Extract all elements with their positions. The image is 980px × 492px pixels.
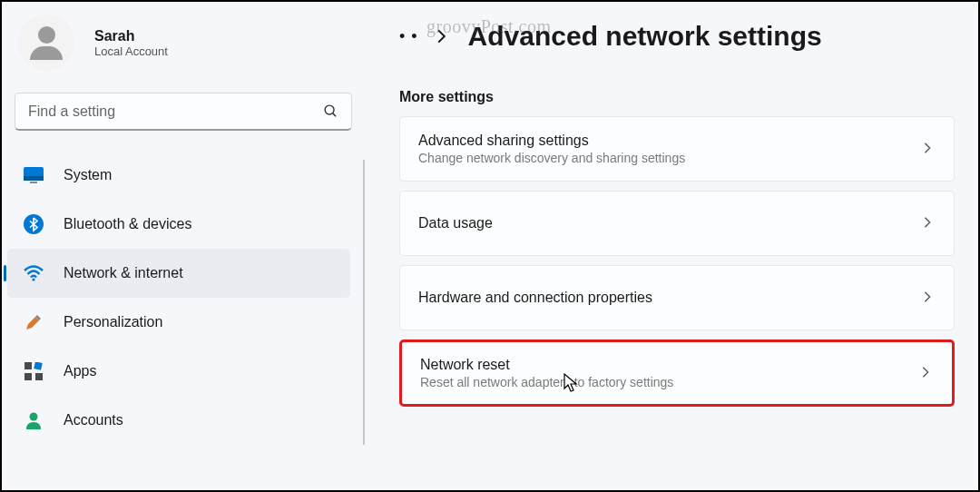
avatar bbox=[18, 15, 74, 71]
chevron-right-icon bbox=[921, 216, 936, 231]
sidebar-item-label: System bbox=[64, 167, 112, 183]
bluetooth-icon bbox=[24, 214, 44, 234]
card-advanced-sharing[interactable]: Advanced sharing settings Change network… bbox=[399, 116, 955, 182]
sidebar-item-apps[interactable]: Apps bbox=[7, 347, 350, 396]
svg-point-11 bbox=[30, 413, 38, 421]
svg-rect-7 bbox=[24, 362, 32, 369]
chevron-right-icon bbox=[436, 28, 446, 44]
svg-rect-9 bbox=[24, 373, 32, 380]
card-subtitle: Reset all network adapters to factory se… bbox=[420, 375, 919, 389]
svg-rect-8 bbox=[34, 362, 42, 370]
svg-line-1 bbox=[333, 113, 337, 117]
search-box[interactable] bbox=[15, 93, 352, 131]
account-name: Sarah bbox=[94, 28, 168, 44]
svg-rect-3 bbox=[24, 176, 44, 181]
card-subtitle: Change network discovery and sharing set… bbox=[418, 151, 921, 165]
breadcrumb-back[interactable]: • • bbox=[399, 27, 418, 46]
sidebar-item-label: Network & internet bbox=[64, 265, 183, 281]
sidebar-item-network[interactable]: Network & internet bbox=[7, 249, 350, 298]
search-input[interactable] bbox=[28, 103, 323, 120]
svg-point-0 bbox=[325, 105, 334, 114]
card-network-reset[interactable]: Network reset Reset all network adapters… bbox=[399, 339, 955, 407]
brush-icon bbox=[24, 312, 44, 332]
section-heading: More settings bbox=[399, 89, 955, 105]
wifi-icon bbox=[24, 263, 44, 283]
chevron-right-icon bbox=[921, 142, 936, 156]
person-icon bbox=[24, 410, 44, 430]
system-icon bbox=[24, 165, 44, 185]
main-content: groovyPost.com • • Advanced network sett… bbox=[365, 2, 978, 490]
sidebar-item-personalization[interactable]: Personalization bbox=[7, 298, 350, 347]
sidebar: Sarah Local Account System bbox=[2, 2, 365, 490]
sidebar-item-label: Bluetooth & devices bbox=[64, 216, 191, 232]
sidebar-item-label: Accounts bbox=[64, 412, 123, 428]
card-data-usage[interactable]: Data usage bbox=[399, 191, 955, 256]
sidebar-item-label: Personalization bbox=[64, 314, 162, 330]
account-block[interactable]: Sarah Local Account bbox=[2, 15, 365, 93]
sidebar-item-accounts[interactable]: Accounts bbox=[7, 396, 350, 445]
card-title: Data usage bbox=[418, 215, 921, 231]
card-hardware-properties[interactable]: Hardware and connection properties bbox=[399, 265, 955, 330]
svg-rect-4 bbox=[30, 182, 37, 183]
page-title: Advanced network settings bbox=[468, 21, 822, 52]
sidebar-item-label: Apps bbox=[64, 363, 96, 379]
account-type: Local Account bbox=[94, 44, 168, 58]
card-title: Hardware and connection properties bbox=[418, 290, 921, 306]
breadcrumb: groovyPost.com • • Advanced network sett… bbox=[399, 18, 955, 54]
search-icon bbox=[323, 103, 338, 119]
svg-rect-10 bbox=[35, 373, 43, 380]
apps-icon bbox=[24, 361, 44, 381]
sidebar-item-bluetooth[interactable]: Bluetooth & devices bbox=[7, 200, 350, 249]
card-title: Advanced sharing settings bbox=[418, 133, 921, 149]
chevron-right-icon bbox=[919, 366, 934, 380]
sidebar-item-system[interactable]: System bbox=[7, 151, 350, 200]
chevron-right-icon bbox=[921, 290, 936, 305]
card-title: Network reset bbox=[420, 357, 919, 373]
svg-point-6 bbox=[32, 278, 34, 280]
